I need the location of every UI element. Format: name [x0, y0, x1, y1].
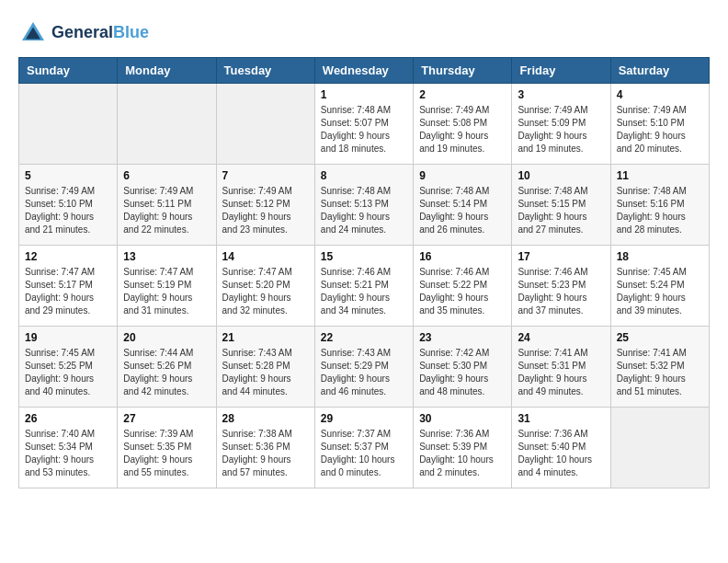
calendar-cell: 14Sunrise: 7:47 AM Sunset: 5:20 PM Dayli… — [216, 246, 314, 327]
day-number: 13 — [123, 250, 210, 263]
calendar-header: SundayMondayTuesdayWednesdayThursdayFrid… — [19, 58, 710, 84]
calendar-cell — [610, 408, 709, 488]
day-number: 12 — [25, 250, 111, 263]
cell-content: Sunrise: 7:36 AM Sunset: 5:39 PM Dayligh… — [419, 428, 506, 479]
calendar-cell — [118, 84, 216, 165]
calendar-cell: 26Sunrise: 7:40 AM Sunset: 5:34 PM Dayli… — [19, 408, 118, 488]
calendar-cell: 24Sunrise: 7:41 AM Sunset: 5:31 PM Dayli… — [512, 327, 610, 408]
day-number: 9 — [419, 169, 506, 182]
logo-icon — [18, 18, 48, 48]
cell-content: Sunrise: 7:49 AM Sunset: 5:12 PM Dayligh… — [222, 185, 309, 236]
header-row: SundayMondayTuesdayWednesdayThursdayFrid… — [19, 58, 710, 84]
calendar-cell: 27Sunrise: 7:39 AM Sunset: 5:35 PM Dayli… — [118, 408, 216, 488]
calendar-cell: 17Sunrise: 7:46 AM Sunset: 5:23 PM Dayli… — [512, 246, 610, 327]
day-number: 8 — [321, 169, 407, 182]
calendar-cell: 31Sunrise: 7:36 AM Sunset: 5:40 PM Dayli… — [512, 408, 610, 488]
cell-content: Sunrise: 7:49 AM Sunset: 5:10 PM Dayligh… — [25, 185, 111, 236]
cell-content: Sunrise: 7:47 AM Sunset: 5:17 PM Dayligh… — [25, 266, 111, 317]
calendar-cell: 30Sunrise: 7:36 AM Sunset: 5:39 PM Dayli… — [414, 408, 512, 488]
day-header-sunday: Sunday — [19, 58, 118, 84]
day-header-tuesday: Tuesday — [216, 58, 314, 84]
day-number: 26 — [25, 412, 111, 425]
day-number: 21 — [222, 331, 309, 344]
day-number: 10 — [518, 169, 604, 182]
calendar-cell: 28Sunrise: 7:38 AM Sunset: 5:36 PM Dayli… — [216, 408, 314, 488]
cell-content: Sunrise: 7:48 AM Sunset: 5:16 PM Dayligh… — [617, 185, 703, 236]
calendar-cell: 20Sunrise: 7:44 AM Sunset: 5:26 PM Dayli… — [118, 327, 216, 408]
cell-content: Sunrise: 7:45 AM Sunset: 5:25 PM Dayligh… — [25, 347, 111, 398]
calendar-table: SundayMondayTuesdayWednesdayThursdayFrid… — [18, 57, 710, 488]
calendar-cell: 23Sunrise: 7:42 AM Sunset: 5:30 PM Dayli… — [414, 327, 512, 408]
cell-content: Sunrise: 7:42 AM Sunset: 5:30 PM Dayligh… — [419, 347, 506, 398]
day-number: 22 — [321, 331, 407, 344]
cell-content: Sunrise: 7:43 AM Sunset: 5:29 PM Dayligh… — [321, 347, 407, 398]
cell-content: Sunrise: 7:44 AM Sunset: 5:26 PM Dayligh… — [123, 347, 210, 398]
calendar-cell: 1Sunrise: 7:48 AM Sunset: 5:07 PM Daylig… — [314, 84, 413, 165]
cell-content: Sunrise: 7:39 AM Sunset: 5:35 PM Dayligh… — [123, 428, 210, 479]
calendar-cell: 21Sunrise: 7:43 AM Sunset: 5:28 PM Dayli… — [216, 327, 314, 408]
calendar-cell: 2Sunrise: 7:49 AM Sunset: 5:08 PM Daylig… — [414, 84, 512, 165]
cell-content: Sunrise: 7:36 AM Sunset: 5:40 PM Dayligh… — [518, 428, 604, 479]
calendar-cell: 4Sunrise: 7:49 AM Sunset: 5:10 PM Daylig… — [610, 84, 709, 165]
day-number: 7 — [222, 169, 309, 182]
day-number: 1 — [321, 88, 407, 101]
day-number: 29 — [321, 412, 407, 425]
calendar-cell — [216, 84, 314, 165]
calendar-cell: 25Sunrise: 7:41 AM Sunset: 5:32 PM Dayli… — [610, 327, 709, 408]
day-number: 11 — [617, 169, 703, 182]
calendar-cell: 5Sunrise: 7:49 AM Sunset: 5:10 PM Daylig… — [19, 165, 118, 246]
calendar-cell: 6Sunrise: 7:49 AM Sunset: 5:11 PM Daylig… — [118, 165, 216, 246]
page-header: GeneralBlue — [18, 18, 710, 48]
day-number: 20 — [123, 331, 210, 344]
cell-content: Sunrise: 7:38 AM Sunset: 5:36 PM Dayligh… — [222, 428, 309, 479]
cell-content: Sunrise: 7:48 AM Sunset: 5:15 PM Dayligh… — [518, 185, 604, 236]
week-row-5: 26Sunrise: 7:40 AM Sunset: 5:34 PM Dayli… — [19, 408, 710, 488]
day-header-saturday: Saturday — [610, 58, 709, 84]
calendar-cell: 13Sunrise: 7:47 AM Sunset: 5:19 PM Dayli… — [118, 246, 216, 327]
cell-content: Sunrise: 7:49 AM Sunset: 5:10 PM Dayligh… — [617, 104, 703, 155]
cell-content: Sunrise: 7:41 AM Sunset: 5:32 PM Dayligh… — [617, 347, 703, 398]
calendar-cell: 3Sunrise: 7:49 AM Sunset: 5:09 PM Daylig… — [512, 84, 610, 165]
calendar-cell: 19Sunrise: 7:45 AM Sunset: 5:25 PM Dayli… — [19, 327, 118, 408]
calendar-cell: 12Sunrise: 7:47 AM Sunset: 5:17 PM Dayli… — [19, 246, 118, 327]
day-number: 3 — [518, 88, 604, 101]
cell-content: Sunrise: 7:49 AM Sunset: 5:11 PM Dayligh… — [123, 185, 210, 236]
day-number: 15 — [321, 250, 407, 263]
cell-content: Sunrise: 7:46 AM Sunset: 5:21 PM Dayligh… — [321, 266, 407, 317]
day-number: 14 — [222, 250, 309, 263]
week-row-4: 19Sunrise: 7:45 AM Sunset: 5:25 PM Dayli… — [19, 327, 710, 408]
day-number: 4 — [617, 88, 703, 101]
calendar-cell — [19, 84, 118, 165]
day-number: 18 — [617, 250, 703, 263]
day-header-monday: Monday — [118, 58, 216, 84]
day-number: 17 — [518, 250, 604, 263]
cell-content: Sunrise: 7:45 AM Sunset: 5:24 PM Dayligh… — [617, 266, 703, 317]
calendar-cell: 15Sunrise: 7:46 AM Sunset: 5:21 PM Dayli… — [314, 246, 413, 327]
calendar-cell: 10Sunrise: 7:48 AM Sunset: 5:15 PM Dayli… — [512, 165, 610, 246]
day-number: 28 — [222, 412, 309, 425]
cell-content: Sunrise: 7:37 AM Sunset: 5:37 PM Dayligh… — [321, 428, 407, 479]
day-number: 23 — [419, 331, 506, 344]
calendar-cell: 22Sunrise: 7:43 AM Sunset: 5:29 PM Dayli… — [314, 327, 413, 408]
day-header-wednesday: Wednesday — [314, 58, 413, 84]
day-number: 2 — [419, 88, 506, 101]
day-number: 27 — [123, 412, 210, 425]
logo-text: GeneralBlue — [51, 24, 149, 42]
cell-content: Sunrise: 7:49 AM Sunset: 5:09 PM Dayligh… — [518, 104, 604, 155]
day-number: 24 — [518, 331, 604, 344]
calendar-cell: 9Sunrise: 7:48 AM Sunset: 5:14 PM Daylig… — [414, 165, 512, 246]
cell-content: Sunrise: 7:43 AM Sunset: 5:28 PM Dayligh… — [222, 347, 309, 398]
cell-content: Sunrise: 7:46 AM Sunset: 5:22 PM Dayligh… — [419, 266, 506, 317]
day-number: 25 — [617, 331, 703, 344]
cell-content: Sunrise: 7:40 AM Sunset: 5:34 PM Dayligh… — [25, 428, 111, 479]
calendar-body: 1Sunrise: 7:48 AM Sunset: 5:07 PM Daylig… — [19, 84, 710, 488]
cell-content: Sunrise: 7:48 AM Sunset: 5:13 PM Dayligh… — [321, 185, 407, 236]
calendar-cell: 18Sunrise: 7:45 AM Sunset: 5:24 PM Dayli… — [610, 246, 709, 327]
day-number: 5 — [25, 169, 111, 182]
calendar-cell: 29Sunrise: 7:37 AM Sunset: 5:37 PM Dayli… — [314, 408, 413, 488]
day-number: 30 — [419, 412, 506, 425]
logo: GeneralBlue — [18, 18, 149, 48]
cell-content: Sunrise: 7:48 AM Sunset: 5:14 PM Dayligh… — [419, 185, 506, 236]
cell-content: Sunrise: 7:49 AM Sunset: 5:08 PM Dayligh… — [419, 104, 506, 155]
cell-content: Sunrise: 7:47 AM Sunset: 5:19 PM Dayligh… — [123, 266, 210, 317]
